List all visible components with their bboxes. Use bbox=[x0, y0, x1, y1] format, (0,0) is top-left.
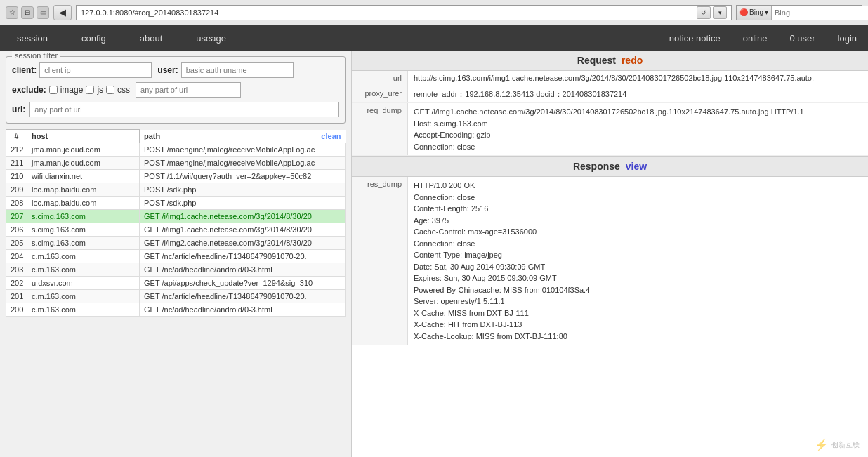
address-icons: ↺ ▾ bbox=[697, 6, 727, 19]
client-input[interactable] bbox=[39, 62, 152, 78]
proxy-detail-value: remote_addr：192.168.8.12:35413 docid：201… bbox=[408, 86, 868, 102]
session-table: # host path clean 212jma.man.jcloud.comP… bbox=[6, 129, 346, 317]
image-label: image bbox=[60, 85, 84, 95]
proxy-detail-row: proxy_urer remote_addr：192.168.8.12:3541… bbox=[352, 86, 868, 103]
table-row[interactable]: 205s.cimg.163.comGET /i/img2.cache.netea… bbox=[6, 237, 346, 250]
url-detail-value: http://s.cimg.163.com/i/img1.cache.netea… bbox=[408, 71, 868, 86]
res-dump-value: HTTP/1.0 200 OK Connection: close Conten… bbox=[408, 177, 868, 345]
clean-link[interactable]: clean bbox=[321, 132, 341, 140]
nav-user-count[interactable]: 0 user bbox=[778, 25, 826, 51]
row-id: 204 bbox=[6, 250, 27, 263]
dropdown-icon[interactable]: ▾ bbox=[713, 6, 727, 19]
star-icon[interactable]: ☆ bbox=[6, 6, 18, 19]
row-path: GET /i/img1.cache.netease.com/3g/2014/8/… bbox=[140, 210, 346, 223]
left-panel: session filter client: user: exclude: im… bbox=[0, 51, 351, 457]
filter-row-top: client: user: bbox=[12, 62, 339, 78]
table-row[interactable]: 200c.m.163.comGET /nc/ad/headline/androi… bbox=[6, 303, 346, 317]
row-host: s.cimg.163.com bbox=[27, 210, 140, 223]
exclude-label: exclude: bbox=[12, 85, 46, 95]
nav-notice[interactable]: notice notice bbox=[658, 25, 732, 51]
response-title: Response bbox=[573, 161, 620, 172]
table-row[interactable]: 208loc.map.baidu.comPOST /sdk.php bbox=[6, 197, 346, 210]
req-dump-label: req_dump bbox=[352, 103, 408, 155]
tab-icon[interactable]: ▭ bbox=[37, 6, 49, 19]
row-id: 202 bbox=[6, 277, 27, 290]
bookmark-icon[interactable]: ⊟ bbox=[21, 6, 34, 19]
table-row[interactable]: 201c.m.163.comGET /nc/article/headline/T… bbox=[6, 290, 346, 303]
redo-link[interactable]: redo bbox=[622, 55, 643, 66]
exclude-image-checkbox[interactable] bbox=[49, 86, 58, 94]
table-row[interactable]: 209loc.map.baidu.comPOST /sdk.php bbox=[6, 183, 346, 197]
row-path: GET /nc/ad/headline/android/0-3.html bbox=[140, 303, 346, 317]
refresh-icon[interactable]: ↺ bbox=[697, 6, 711, 19]
table-row[interactable]: 204c.m.163.comGET /nc/article/headline/T… bbox=[6, 250, 346, 263]
table-row[interactable]: 212jma.man.jcloud.comPOST /maengine/jmal… bbox=[6, 143, 346, 157]
row-host: c.m.163.com bbox=[27, 290, 140, 303]
url-detail-row: url http://s.cimg.163.com/i/img1.cache.n… bbox=[352, 71, 868, 86]
row-id: 212 bbox=[6, 143, 27, 157]
row-host: c.m.163.com bbox=[27, 303, 140, 317]
search-dropdown-icon: ▾ bbox=[765, 8, 768, 16]
url-detail-label: url bbox=[352, 71, 408, 86]
table-header-row: # host path clean bbox=[6, 130, 346, 143]
row-host: jma.man.jcloud.com bbox=[27, 157, 140, 170]
search-engine-icon: 🔴 bbox=[739, 8, 748, 16]
proxy-detail-label: proxy_urer bbox=[352, 86, 408, 102]
nav-item-config[interactable]: config bbox=[65, 25, 123, 51]
req-dump-row: req_dump GET /i/img1.cache.netease.com/3… bbox=[352, 103, 868, 156]
row-id: 209 bbox=[6, 183, 27, 197]
url-input[interactable] bbox=[29, 102, 339, 117]
table-row[interactable]: 210wifi.dianxin.netPOST /1.1/wii/query?a… bbox=[6, 170, 346, 183]
row-id: 200 bbox=[6, 303, 27, 317]
user-filter-group: user: bbox=[157, 62, 293, 78]
row-host: loc.map.baidu.com bbox=[27, 183, 140, 197]
table-row[interactable]: 203c.m.163.comGET /nc/ad/headline/androi… bbox=[6, 263, 346, 277]
nav-item-session[interactable]: session bbox=[0, 25, 65, 51]
exclude-url-input[interactable] bbox=[136, 82, 241, 98]
row-path: POST /1.1/wii/query?auth_ver=2&appkey=50… bbox=[140, 170, 346, 183]
col-header-id: # bbox=[6, 130, 27, 143]
user-input[interactable] bbox=[181, 62, 294, 78]
back-button[interactable]: ◀ bbox=[53, 5, 72, 20]
table-row[interactable]: 202u.dxsvr.comGET /api/apps/check_update… bbox=[6, 277, 346, 290]
nav-bar: session config about useage notice notic… bbox=[0, 25, 868, 51]
row-host: jma.man.jcloud.com bbox=[27, 143, 140, 157]
row-id: 207 bbox=[6, 210, 27, 223]
browser-bar: ☆ ⊟ ▭ ◀ 127.0.0.1:8080/#req_201408301837… bbox=[0, 0, 868, 25]
row-path: POST /maengine/jmalog/receiveMobileAppLo… bbox=[140, 157, 346, 170]
address-bar: 127.0.0.1:8080/#req_201408301837214 ↺ ▾ bbox=[76, 5, 732, 20]
url-label: url: bbox=[12, 105, 25, 114]
view-link[interactable]: view bbox=[626, 161, 647, 172]
row-path: POST /sdk.php bbox=[140, 183, 346, 197]
watermark: ⚡ 创新互联 bbox=[815, 438, 860, 451]
row-path: GET /nc/ad/headline/android/0-3.html bbox=[140, 263, 346, 277]
table-row[interactable]: 211jma.man.jcloud.comPOST /maengine/jmal… bbox=[6, 157, 346, 170]
row-host: loc.map.baidu.com bbox=[27, 197, 140, 210]
browser-icon-group: ☆ ⊟ ▭ bbox=[6, 6, 49, 19]
nav-about-label: about bbox=[140, 33, 163, 44]
path-label: path bbox=[144, 132, 160, 140]
nav-login[interactable]: login bbox=[827, 25, 868, 51]
exclude-css-checkbox[interactable] bbox=[106, 86, 114, 94]
row-path: GET /api/apps/check_update?ver=1294&sig=… bbox=[140, 277, 346, 290]
col-header-host: host bbox=[27, 130, 140, 143]
nav-right: notice notice online 0 user login bbox=[658, 25, 868, 51]
exclude-js-checkbox[interactable] bbox=[86, 86, 94, 94]
request-header: Request redo bbox=[352, 51, 868, 71]
row-id: 208 bbox=[6, 197, 27, 210]
nav-item-useage[interactable]: useage bbox=[179, 25, 243, 51]
search-engine-label: Bing bbox=[749, 8, 763, 16]
row-id: 203 bbox=[6, 263, 27, 277]
search-input[interactable] bbox=[772, 6, 868, 20]
row-id: 211 bbox=[6, 157, 27, 170]
nav-item-about[interactable]: about bbox=[123, 25, 180, 51]
row-path: GET /nc/article/headline/T13486479091070… bbox=[140, 250, 346, 263]
main-content: session filter client: user: exclude: im… bbox=[0, 51, 868, 457]
url-filter-row: url: bbox=[12, 102, 339, 117]
search-engine-button[interactable]: 🔴 Bing ▾ bbox=[737, 6, 772, 20]
table-row[interactable]: 207s.cimg.163.comGET /i/img1.cache.netea… bbox=[6, 210, 346, 223]
table-row[interactable]: 206s.cimg.163.comGET /i/img1.cache.netea… bbox=[6, 223, 346, 237]
col-header-path: path clean bbox=[140, 130, 346, 143]
nav-online[interactable]: online bbox=[732, 25, 779, 51]
client-label: client: bbox=[12, 65, 37, 75]
